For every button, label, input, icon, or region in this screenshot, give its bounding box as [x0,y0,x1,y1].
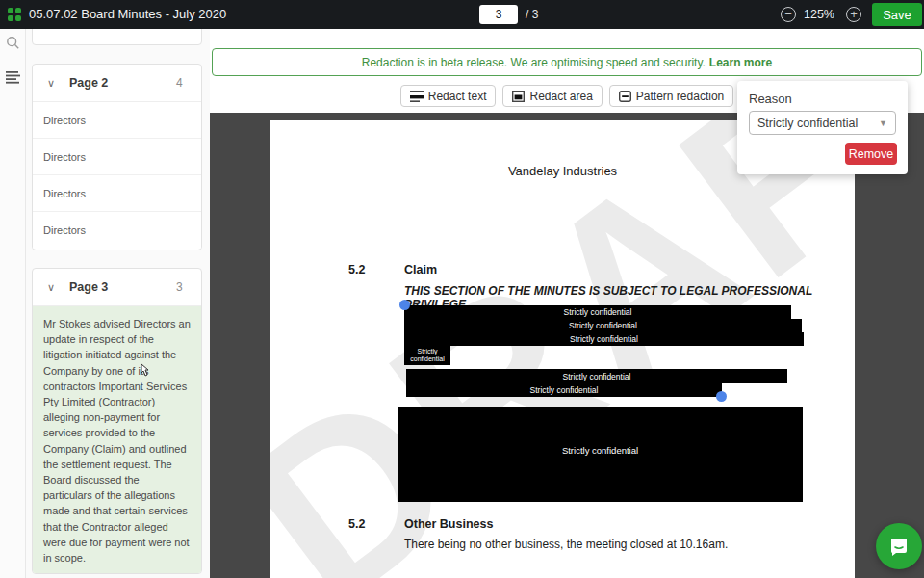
document-viewer: DRAFT Vandelay Industries 5.2 Claim THIS… [210,113,924,578]
redact-text-label: Redact text [428,90,487,103]
page2-header[interactable]: ∨ Page 2 4 [33,65,201,102]
redact-text-button[interactable]: Redact text [400,85,497,107]
claim-section-number: 5.2 [348,263,365,276]
redaction-bar[interactable]: Strictly confidential [404,332,804,346]
document-title: 05.07.02 Board Minutes - July 2020 [29,0,226,29]
closing-line: There being no other business, the meeti… [404,538,728,551]
app-logo-icon[interactable] [8,8,21,21]
page3-title: Page 3 [69,280,176,294]
save-button[interactable]: Save [872,3,922,26]
redact-area-button[interactable]: Redact area [502,85,602,107]
redact-text-icon [410,91,424,102]
page-total-label: / 3 [526,0,538,29]
top-bar: 05.07.02 Board Minutes - July 2020 / 3 −… [0,0,924,29]
page3-header[interactable]: ∨ Page 3 3 [33,269,201,306]
pattern-redaction-icon [619,91,631,102]
page-number-input[interactable] [479,5,518,24]
left-icon-strip [0,29,26,578]
page3-card: ∨ Page 3 3 Mr Stokes advised Directors a… [32,268,202,574]
redaction-bar[interactable]: Strictly confidential [406,369,787,383]
redacted-area-block[interactable]: Strictly confidential [398,407,803,502]
chat-launcher-button[interactable] [876,523,922,569]
pages-sidebar: ∨ Page 2 4 Directors Directors Directors… [26,29,210,578]
page2-card: ∨ Page 2 4 Directors Directors Directors… [32,64,202,250]
list-item[interactable]: Directors [33,175,201,212]
outline-list-icon[interactable] [0,64,26,91]
redaction-bar[interactable]: Strictly confidential [404,319,802,332]
page3-count-badge: 3 [176,280,201,294]
reason-selected-value: Strictly confidential [757,117,858,130]
search-icon[interactable] [0,29,26,56]
redaction-bar[interactable]: Strictly confidential [404,305,791,319]
redacted-text-entry[interactable]: Mr Stokes advised Directors an update in… [33,306,201,574]
redaction-handle-start[interactable] [399,300,410,310]
redaction-handle-end[interactable] [716,391,727,402]
pattern-redaction-button[interactable]: Pattern redaction [609,85,733,107]
list-item[interactable]: Directors [33,212,201,249]
chat-bubble-icon [888,536,910,557]
list-item[interactable]: Directors [33,102,201,139]
redaction-bar[interactable]: Strictly confidential [404,346,450,365]
caret-down-icon: ▼ [879,118,887,128]
draft-watermark: DRAFT [270,120,855,578]
learn-more-link[interactable]: Learn more [709,56,772,69]
document-page: DRAFT Vandelay Industries 5.2 Claim THIS… [270,120,855,578]
beta-banner-text: Redaction is in beta release. We are opt… [362,56,706,69]
redact-area-label: Redact area [529,90,592,103]
reason-label: Reason [749,92,792,106]
claim-section-heading: Claim [404,263,437,276]
reason-popover: Reason Strictly confidential ▼ Remove [737,81,908,174]
chevron-down-icon: ∨ [33,281,69,294]
page2-title: Page 2 [69,76,176,90]
redact-area-icon [512,91,525,102]
reason-select[interactable]: Strictly confidential ▼ [749,111,896,135]
zoom-out-icon[interactable]: − [781,7,796,22]
zoom-in-icon[interactable]: + [846,7,861,22]
zoom-level-label: 125% [804,0,834,29]
pattern-redaction-label: Pattern redaction [636,90,724,103]
list-item[interactable]: Directors [33,139,201,175]
other-section-number: 5.2 [348,517,365,531]
other-section-heading: Other Business [404,517,493,531]
beta-banner: Redaction is in beta release. We are opt… [212,48,922,76]
page2-count-badge: 4 [176,76,201,90]
chevron-down-icon: ∨ [33,77,69,90]
remove-button[interactable]: Remove [845,143,897,165]
redaction-bar[interactable]: Strictly confidential [406,383,722,397]
